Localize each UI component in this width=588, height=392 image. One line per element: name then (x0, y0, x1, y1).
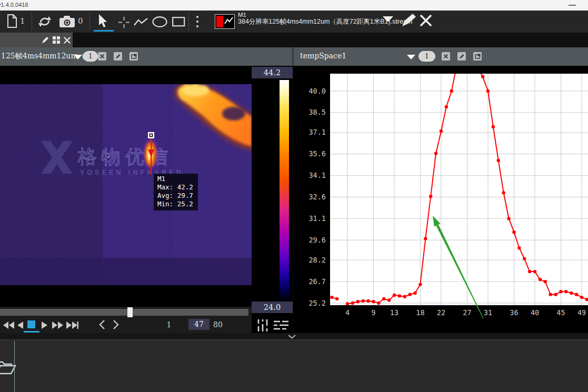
sliders-icon[interactable] (257, 319, 269, 331)
x-tick-label: 9 (371, 308, 375, 317)
snapshot-count: 0 (78, 16, 83, 26)
tab-bar (0, 33, 588, 47)
y-tick-label: 40.0 (308, 87, 326, 95)
y-tick-label: 35.6 (308, 149, 326, 158)
grid-icon[interactable] (53, 36, 61, 44)
rectangle-icon[interactable] (172, 17, 185, 27)
new-document-count: 1 (20, 16, 25, 26)
y-tick-label: 25.2 (308, 299, 326, 307)
tooltip-title: M1 (157, 175, 193, 183)
thermal-panel-header: 125帧4ms4mm12um（⋯ 1 (0, 47, 293, 66)
frame-slider-thumb[interactable] (127, 307, 133, 317)
dropdown-icon[interactable] (383, 16, 393, 22)
page-prev-icon[interactable] (99, 320, 105, 329)
fast-backward-icon[interactable] (3, 321, 14, 329)
play-icon[interactable] (42, 321, 47, 329)
y-tick-label: 37.1 (308, 128, 326, 136)
prev-frame-icon[interactable] (17, 321, 23, 329)
temperature-chart[interactable]: 40.038.537.135.634.132.631.129.628.226.7… (293, 66, 588, 333)
page-next-icon[interactable] (113, 320, 119, 329)
y-tick-label: 31.1 (308, 214, 326, 223)
current-frame-field[interactable]: 47 (188, 319, 210, 330)
temp-panel-title: tempSpace1 (300, 52, 346, 60)
marker-readout-tooltip: M1 Max: 42.2 Avg: 29.7 Min: 25.2 (154, 174, 198, 210)
tooltip-min: Min: 25.2 (157, 200, 193, 208)
scale-min-label: 24.0 (252, 301, 293, 313)
dropdown-icon[interactable] (407, 55, 415, 59)
y-tick-label: 29.6 (308, 236, 326, 244)
total-frames: 80 (211, 320, 225, 329)
x-tick-label: 49 (577, 308, 586, 317)
y-tick-label: 26.7 (308, 277, 326, 286)
count-badge[interactable]: 1 (83, 51, 98, 62)
close-icon[interactable] (64, 37, 71, 44)
x-tick-label: 40 (531, 308, 539, 317)
close-icon[interactable] (420, 15, 432, 26)
edit-icon[interactable] (400, 13, 417, 28)
edit-pane-button[interactable] (457, 52, 466, 61)
x-tick-label: 13 (390, 308, 398, 317)
x-tick-label: 31 (484, 308, 492, 317)
x-tick-label: 45 (556, 308, 565, 317)
close-pane-button[interactable] (442, 52, 450, 61)
minimize-button[interactable] (562, 0, 583, 11)
temperature-colorbar[interactable] (280, 80, 289, 301)
panel-collapse-strip (0, 333, 588, 339)
new-document-icon[interactable] (6, 14, 18, 28)
toolbar-separator (89, 13, 90, 31)
x-tick-label: 36 (510, 308, 518, 317)
ellipse-icon[interactable] (152, 16, 167, 27)
y-tick-label: 34.1 (308, 171, 326, 179)
edit-pane-button[interactable] (114, 52, 122, 61)
tooltip-max: Max: 42.2 (157, 183, 193, 192)
x-tick-label: 22 (437, 308, 445, 317)
stop-icon[interactable] (27, 320, 35, 328)
fast-forward-icon[interactable] (52, 321, 63, 329)
marker-handle[interactable] (148, 132, 154, 138)
thermal-image: 格物优信 YOSEEN INFRARED (0, 84, 252, 285)
temp-space-panel: tempSpace1 1 40.038.537.135.634.132.631.… (293, 47, 588, 333)
temp-chart-svg: 40.038.537.135.634.132.631.129.628.226.7… (293, 66, 588, 333)
bottom-panel (0, 339, 588, 392)
thermal-panel-body: 格物优信 YOSEEN INFRARED (0, 66, 293, 333)
title-bar: v1.4.0.0418 (0, 0, 588, 11)
stream-thumbnail-icon[interactable] (215, 14, 235, 29)
workspace-tab[interactable] (0, 33, 73, 47)
close-pane-button[interactable] (98, 52, 106, 61)
y-tick-label: 32.6 (308, 193, 326, 201)
x-tick-label: 27 (463, 308, 471, 317)
crosshair-icon[interactable] (118, 17, 129, 28)
group-number: 1 (163, 320, 175, 329)
float-window-icon[interactable] (473, 52, 482, 61)
x-tick-label: 4 (345, 308, 350, 317)
polyline-icon[interactable] (134, 18, 148, 26)
toolbar-separator (32, 13, 32, 31)
count-badge[interactable]: 1 (418, 51, 435, 62)
minimize-icon (569, 5, 576, 6)
y-tick-label: 28.2 (308, 256, 326, 264)
list-icon[interactable] (274, 320, 288, 331)
x-tick-label: 18 (416, 308, 424, 317)
edit-icon[interactable] (41, 36, 49, 44)
refresh-icon[interactable] (38, 15, 52, 28)
toolbar-separator (188, 13, 189, 31)
bottom-panel-divider (14, 341, 15, 392)
more-options-icon[interactable] (195, 15, 200, 29)
frame-slider[interactable] (0, 309, 248, 316)
main-area: 125帧4ms4mm12um（⋯ 1 (0, 47, 588, 333)
dropdown-icon[interactable] (74, 55, 82, 59)
camera-icon[interactable] (59, 16, 76, 28)
tooltip-avg: Avg: 29.7 (157, 192, 193, 200)
cursor-icon[interactable] (98, 14, 108, 28)
y-tick-label: 38.5 (308, 108, 326, 116)
app-version: v1.4.0.0418 (0, 2, 28, 8)
float-window-icon[interactable] (129, 52, 138, 61)
thermal-video-panel: 125帧4ms4mm12um（⋯ 1 (0, 47, 293, 333)
temp-panel-header: tempSpace1 1 (293, 47, 588, 66)
active-tool-indicator (94, 30, 114, 32)
active-playback-indicator (24, 331, 39, 333)
color-scale-column: 44.2 24.0 (252, 66, 293, 333)
skip-end-icon[interactable] (66, 321, 78, 329)
chevron-down-icon[interactable] (288, 335, 296, 339)
thermal-canvas[interactable]: 格物优信 YOSEEN INFRARED (0, 66, 252, 307)
